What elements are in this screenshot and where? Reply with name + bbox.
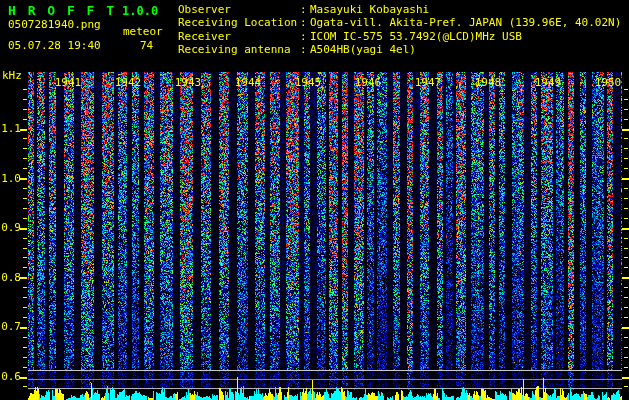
info-value: Ogata-vill. Akita-Pref. JAPAN (139.96E, … [310,16,621,29]
info-separator: : [300,30,310,43]
info-value: ICOM IC-575 53.7492(@LCD)MHz USB [310,30,522,43]
time-tick-label: 1950 [588,77,628,89]
app-version: 1.0.0 [122,4,158,18]
info-label: Observer [178,3,300,16]
observation-mode: meteor [123,26,163,38]
freq-tick-label: 1.1 [1,123,21,135]
time-tick-label: 1941 [48,77,88,89]
time-tick-label: 1942 [108,77,148,89]
output-filename: 0507281940.png [8,19,101,31]
echo-count: 74 [140,40,153,52]
time-tick-label: 1946 [348,77,388,89]
freq-tick-label: 0.8 [1,272,21,284]
info-separator: : [300,16,310,29]
station-info-row: Observer:Masayuki Kobayashi [178,3,621,16]
freq-tick-label: 0.9 [1,222,21,234]
time-tick-label: 1947 [408,77,448,89]
app-title: H R O F F T [8,3,116,18]
station-info-row: Receiver:ICOM IC-575 53.7492(@LCD)MHz US… [178,30,621,43]
info-value: Masayuki Kobayashi [310,3,429,16]
freq-tick-label: 0.6 [1,371,21,383]
station-info-row: Receiving antenna:A504HB(yagi 4el) [178,43,621,56]
hrofft-output-window: H R O F F T 1.0.0 0507281940.png meteor … [0,0,629,400]
time-tick-label: 1944 [228,77,268,89]
station-info-row: Receiving Location:Ogata-vill. Akita-Pre… [178,16,621,29]
time-tick-label: 1943 [168,77,208,89]
time-tick-label: 1945 [288,77,328,89]
info-label: Receiving antenna [178,43,300,56]
info-label: Receiver [178,30,300,43]
info-label: Receiving Location [178,16,300,29]
info-separator: : [300,3,310,16]
info-value: A504HB(yagi 4el) [310,43,416,56]
spectrogram-canvas [0,0,629,400]
freq-tick-label: 0.7 [1,321,21,333]
info-separator: : [300,43,310,56]
observation-datetime: 05.07.28 19:40 [8,40,101,52]
time-tick-label: 1949 [528,77,568,89]
freq-tick-label: 1.0 [1,173,21,185]
time-tick-label: 1948 [468,77,508,89]
station-info-block: Observer:Masayuki KobayashiReceiving Loc… [178,3,621,57]
freq-axis-unit: kHz [2,70,22,82]
